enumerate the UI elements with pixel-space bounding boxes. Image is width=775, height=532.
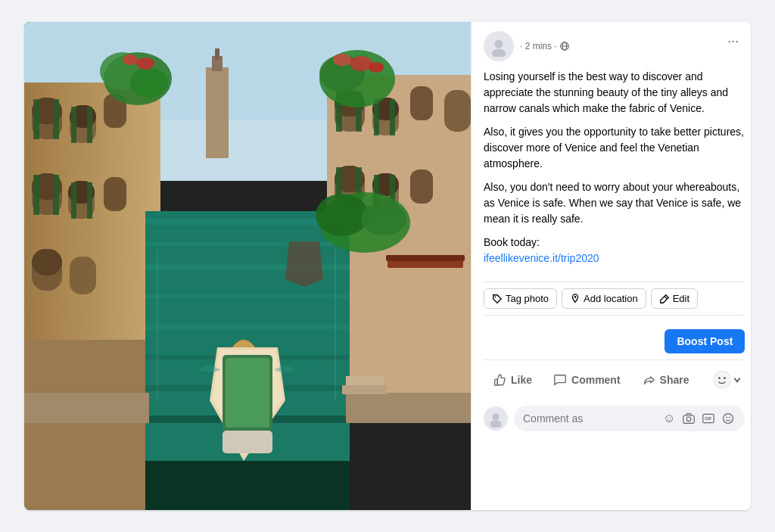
edit-icon: [659, 294, 670, 304]
svg-rect-16: [104, 177, 126, 211]
svg-rect-77: [386, 255, 465, 261]
svg-point-57: [333, 54, 351, 66]
gif-icon: GIF: [702, 412, 714, 425]
emoji-reaction-button[interactable]: [708, 366, 745, 394]
share-button[interactable]: Share: [633, 369, 699, 391]
svg-rect-48: [374, 99, 379, 135]
comment-input[interactable]: [523, 412, 655, 425]
card-body: · 2 mins · ··· Losing yourself is the be…: [24, 22, 751, 510]
svg-point-32: [136, 58, 154, 70]
svg-point-93: [714, 372, 730, 388]
svg-point-104: [727, 417, 728, 418]
tag-photo-button[interactable]: Tag photo: [484, 288, 557, 309]
svg-rect-18: [32, 249, 62, 275]
svg-point-75: [361, 202, 406, 235]
svg-rect-79: [346, 376, 384, 385]
like-icon: [493, 373, 506, 387]
boost-row: Boost Post: [484, 329, 745, 353]
post-header: · 2 mins · ···: [484, 31, 745, 61]
sticker-button[interactable]: [721, 411, 736, 426]
post-header-left: · 2 mins ·: [484, 31, 569, 61]
post-time: · 2 mins ·: [520, 41, 569, 51]
svg-point-97: [493, 413, 500, 420]
add-location-label: Add location: [584, 293, 638, 304]
svg-point-58: [369, 62, 384, 73]
svg-point-94: [718, 377, 721, 379]
post-time-text: · 2 mins ·: [520, 41, 557, 51]
tag-photo-label: Tag photo: [506, 293, 549, 304]
tag-icon: [492, 294, 503, 304]
svg-rect-45: [410, 170, 433, 204]
svg-rect-26: [71, 182, 76, 219]
comment-button[interactable]: Comment: [544, 369, 630, 391]
svg-rect-81: [157, 249, 158, 400]
post-content-panel: · 2 mins · ··· Losing yourself is the be…: [471, 22, 751, 510]
svg-point-74: [316, 194, 369, 236]
gif-button[interactable]: GIF: [701, 411, 716, 426]
svg-rect-72: [223, 431, 272, 453]
boost-post-button[interactable]: Boost Post: [665, 329, 745, 353]
svg-rect-39: [410, 86, 433, 120]
post-image: [24, 22, 471, 510]
camera-button[interactable]: [681, 411, 696, 426]
avatar-icon: [488, 36, 509, 57]
post-link[interactable]: ifeellikevenice.it/trip2020: [484, 252, 599, 264]
comment-area: ☺ GIF: [484, 400, 745, 434]
svg-rect-20: [33, 99, 39, 139]
avatar[interactable]: [484, 31, 514, 61]
svg-rect-28: [24, 340, 160, 510]
svg-rect-25: [53, 175, 59, 215]
venice-illustration: [24, 22, 471, 510]
svg-rect-80: [145, 461, 350, 510]
text-para-3: Also, you don't need to worry about your…: [484, 179, 745, 227]
camera-icon: [683, 412, 695, 425]
emoji-circle-icon: [711, 369, 733, 390]
svg-rect-71: [226, 358, 269, 428]
edit-button[interactable]: Edit: [651, 288, 698, 309]
share-label: Share: [660, 374, 689, 386]
svg-rect-63: [145, 294, 350, 299]
svg-point-105: [730, 417, 731, 418]
svg-rect-64: [145, 325, 350, 331]
svg-rect-24: [33, 175, 39, 215]
svg-rect-82: [335, 249, 336, 400]
reactions-row: Like Comment Share: [484, 359, 745, 400]
svg-rect-40: [444, 90, 471, 132]
svg-point-103: [724, 414, 733, 424]
svg-rect-2: [206, 67, 229, 158]
svg-point-31: [130, 67, 168, 98]
svg-rect-78: [342, 385, 388, 394]
comment-label: Comment: [571, 374, 621, 386]
svg-point-90: [574, 296, 577, 298]
post-text: Losing yourself is the best way to disco…: [484, 69, 745, 266]
like-label: Like: [511, 374, 532, 386]
add-location-button[interactable]: Add location: [562, 288, 646, 309]
svg-point-95: [724, 377, 726, 379]
svg-rect-68: [24, 393, 149, 423]
sticker-icon: [722, 412, 734, 425]
svg-rect-27: [87, 182, 92, 219]
more-options-button[interactable]: ···: [721, 31, 745, 51]
commenter-avatar-icon: [487, 409, 505, 428]
emoji-button[interactable]: ☺: [661, 410, 677, 427]
svg-rect-4: [215, 48, 219, 60]
post-card: · 2 mins · ··· Losing yourself is the be…: [24, 22, 751, 510]
text-para-1: Losing yourself is the best way to disco…: [484, 69, 745, 117]
like-button[interactable]: Like: [484, 369, 541, 391]
svg-rect-69: [346, 393, 471, 423]
text-para-2: Also, it gives you the opportunity to ta…: [484, 124, 745, 172]
svg-point-100: [687, 417, 692, 422]
svg-rect-23: [87, 107, 92, 143]
dropdown-arrow-icon: [733, 375, 742, 384]
book-label: Book today:: [484, 236, 540, 248]
comment-icon: [553, 373, 567, 387]
svg-point-33: [123, 54, 138, 65]
svg-rect-21: [53, 99, 59, 139]
share-icon: [642, 373, 655, 387]
svg-point-89: [495, 296, 496, 297]
globe-icon: [560, 42, 569, 51]
action-buttons-row: Tag photo Add location Edit: [484, 282, 745, 316]
svg-rect-19: [70, 257, 96, 294]
post-meta: · 2 mins ·: [520, 41, 569, 51]
svg-rect-22: [71, 107, 76, 143]
